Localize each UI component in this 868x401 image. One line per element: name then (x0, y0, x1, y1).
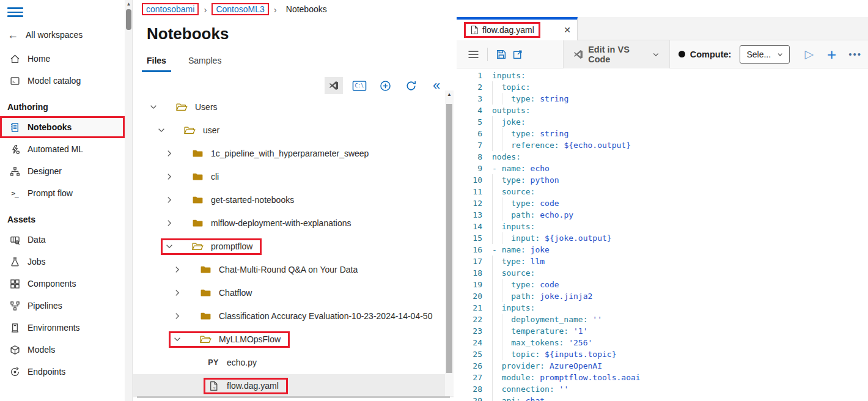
code-line[interactable]: 15input: ${joke.output} (457, 232, 868, 244)
code-line[interactable]: 27module: promptflow.tools.aoai (457, 372, 868, 383)
chevron-down-icon[interactable] (164, 241, 174, 251)
code-line[interactable]: 18source: (457, 267, 868, 279)
tree-row-mlflow-deployment-with-explanations[interactable]: mlflow-deployment-with-explanations (133, 212, 454, 235)
tree-row-chatflow[interactable]: Chatflow (133, 281, 454, 304)
code-line[interactable]: 1inputs: (457, 70, 868, 81)
code-line[interactable]: 9- name: echo (457, 163, 868, 174)
chevron-down-icon[interactable] (172, 334, 182, 344)
sidebar-scrollbar[interactable]: ▲ (125, 0, 133, 401)
editor-tab-flow-dag-yaml[interactable]: Y: flow.dag.yaml ✕ (457, 17, 578, 40)
terminal-icon[interactable]: C:\ (350, 77, 369, 94)
code-line[interactable]: 3type: string (457, 93, 868, 105)
sidebar-item-environments[interactable]: Environments (0, 317, 125, 339)
code-line[interactable]: 20path: joke.jinja2 (457, 290, 868, 302)
code-line[interactable]: 6type: string (457, 128, 868, 139)
code-line[interactable]: 28connection: '' (457, 383, 868, 395)
tree-item: mlflow-deployment-with-explanations (161, 215, 361, 232)
scrollbar-thumb[interactable] (446, 104, 452, 373)
tree-row-1c-pipeline-with-hyperparameter-sweep[interactable]: 1c_pipeline_with_hyperparameter_sweep (133, 142, 454, 165)
sidebar-item-home[interactable]: Home (0, 48, 125, 70)
focus-mode-icon[interactable] (509, 45, 526, 64)
sidebar-item-notebooks[interactable]: Notebooks (0, 116, 125, 138)
chevron-down-icon[interactable] (156, 125, 166, 135)
refresh-icon[interactable] (402, 77, 420, 94)
tree-row-get-started-notebooks[interactable]: get-started-notebooks (133, 188, 454, 212)
chevron-right-icon[interactable] (164, 218, 174, 228)
code-line[interactable]: 2topic: (457, 81, 868, 93)
sidebar-item-data[interactable]: Data (0, 229, 125, 251)
edit-in-vscode-button[interactable]: Edit in VS Code (563, 40, 670, 68)
sidebar-item-endpoints[interactable]: Endpoints (0, 361, 125, 383)
chevron-right-icon[interactable] (164, 149, 174, 158)
code-line[interactable]: 8nodes: (457, 151, 868, 163)
file-tree-toolbar: C:\ « (133, 75, 457, 97)
code-line[interactable]: 21inputs: (457, 302, 868, 314)
save-icon[interactable] (493, 45, 510, 64)
chevron-right-icon[interactable] (172, 311, 182, 321)
breadcrumb-contosobami[interactable]: contosobami (142, 3, 199, 15)
line-number: 21 (457, 302, 482, 314)
open-vscode-icon[interactable] (325, 77, 343, 94)
chevron-right-icon[interactable] (164, 172, 174, 182)
notebook-menu-icon[interactable] (465, 45, 482, 64)
chevron-right-icon[interactable] (172, 288, 182, 298)
sidebar-item-pipelines[interactable]: Pipelines (0, 295, 125, 317)
sidebar-item-components[interactable]: Components (0, 273, 125, 295)
code-line[interactable]: 7reference: ${echo.output} (457, 139, 868, 151)
tree-row-users[interactable]: Users (133, 95, 454, 119)
chevron-right-icon[interactable] (164, 195, 174, 205)
tree-row-echo-py[interactable]: PYecho.py (133, 351, 454, 374)
collapse-panel-icon[interactable]: « (427, 77, 446, 94)
sidebar-item-designer[interactable]: Designer (0, 160, 125, 182)
add-cell-icon[interactable]: + (827, 48, 836, 61)
code-line[interactable]: 12type: code (457, 197, 868, 209)
code-line[interactable]: 25topic: ${inputs.topic} (457, 348, 868, 360)
tree-row-promptflow[interactable]: promptflow (133, 235, 454, 258)
code-line[interactable]: 16- name: joke (457, 244, 868, 256)
code-line[interactable]: 17type: llm (457, 256, 868, 267)
code-line[interactable]: 23temperature: '1' (457, 325, 868, 337)
code-line[interactable]: 13path: echo.py (457, 209, 868, 221)
tree-row-classification-accuracy-evaluation-10-23-2024-14-04-50[interactable]: Classification Accuracy Evaluation-10-23… (133, 304, 454, 328)
tab-files[interactable]: Files (142, 53, 171, 72)
code-line[interactable]: 5joke: (457, 116, 868, 128)
chevron-down-icon[interactable] (149, 102, 158, 112)
file-tree-scrollbar[interactable]: ▲ (445, 90, 454, 396)
scrollbar-thumb[interactable] (126, 9, 131, 30)
python-file-icon: PY (207, 358, 219, 368)
menu-icon[interactable] (7, 5, 23, 20)
sidebar-item-label: Environments (28, 323, 80, 333)
tree-row-myllmopsflow[interactable]: MyLLMOpsFlow (133, 328, 454, 351)
code-line[interactable]: 22deployment_name: '' (457, 314, 868, 325)
close-tab-icon[interactable]: ✕ (564, 25, 571, 35)
code-line[interactable]: 19type: code (457, 279, 868, 290)
code-line[interactable]: 29api: chat (457, 395, 868, 401)
yaml-code-editor[interactable]: 1inputs:2topic:3type: string4outputs:5jo… (457, 68, 868, 401)
sidebar-item-jobs[interactable]: Jobs (0, 251, 125, 273)
tab-samples[interactable]: Samples (183, 53, 226, 72)
code-line[interactable]: 14inputs: (457, 221, 868, 232)
chevron-right-icon[interactable] (172, 265, 182, 274)
sidebar-item-automated-ml[interactable]: Automated ML (0, 138, 125, 160)
code-line[interactable]: 24max_tokens: '256' (457, 337, 868, 348)
sidebar-item-models[interactable]: Models (0, 339, 125, 361)
sidebar-item-prompt-flow[interactable]: >_Prompt flow (0, 182, 125, 204)
scroll-up-arrow-icon[interactable]: ▲ (125, 1, 133, 7)
code-line[interactable]: 10type: python (457, 174, 868, 186)
scroll-up-arrow-icon[interactable]: ▲ (445, 92, 454, 97)
compute-select-dropdown[interactable]: Sele... (740, 45, 790, 64)
run-icon[interactable]: ▷ (804, 47, 814, 61)
all-workspaces-back[interactable]: ← All workspaces (7, 27, 125, 43)
more-options-icon[interactable]: ••• (848, 49, 862, 59)
code-line[interactable]: 4outputs: (457, 105, 868, 116)
tree-row-user[interactable]: user (133, 119, 454, 142)
tree-row-chat-multi-round-q-a-on-your-data[interactable]: Chat-Multi-Round Q&A on Your Data (133, 258, 454, 281)
tree-row-cli[interactable]: cli (133, 165, 454, 188)
breadcrumb-contosoml3[interactable]: ContosoML3 (211, 3, 268, 15)
horizontal-scrollbar[interactable] (137, 396, 450, 398)
code-line[interactable]: 26provider: AzureOpenAI (457, 360, 868, 372)
tree-row-flow-dag-yaml[interactable]: Y:flow.dag.yaml (133, 374, 454, 397)
sidebar-item-model-catalog[interactable]: Model catalog (0, 70, 125, 92)
code-line[interactable]: 11source: (457, 186, 868, 197)
add-files-icon[interactable] (376, 77, 394, 94)
